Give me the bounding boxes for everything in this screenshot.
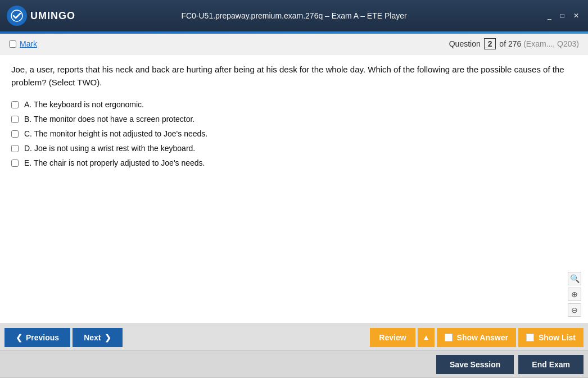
zoom-out-icon[interactable]: ⊖ — [568, 303, 581, 317]
review-label: Review — [379, 333, 406, 342]
title-bar: UMINGO FC0-U51.prepaway.premium.exam.276… — [0, 0, 588, 31]
question-number: 2 — [484, 38, 496, 49]
total-questions: of 276 — [499, 39, 521, 48]
logo-text: UMINGO — [30, 10, 75, 22]
save-session-button[interactable]: Save Session — [436, 355, 514, 374]
show-answer-checkbox-icon — [445, 334, 453, 341]
minimize-button[interactable]: _ — [545, 11, 554, 21]
checkbox-d[interactable] — [11, 145, 19, 152]
mark-label[interactable]: Mark — [20, 39, 37, 48]
question-sub-info: (Exam..., Q203) — [523, 39, 579, 48]
question-text: Joe, a user, reports that his neck and b… — [11, 63, 577, 89]
option-c-label: C. The monitor height is not adjusted to… — [24, 129, 207, 138]
mark-area[interactable]: Mark — [9, 39, 37, 48]
question-label: Question — [449, 39, 481, 48]
option-d[interactable]: D. Joe is not using a wrist rest with th… — [11, 144, 577, 153]
option-b[interactable]: B. The monitor does not have a screen pr… — [11, 115, 577, 124]
logo-area: UMINGO — [7, 6, 75, 26]
option-a[interactable]: A. The keyboard is not ergonomic. — [11, 100, 577, 109]
show-answer-button[interactable]: Show Answer — [437, 328, 516, 347]
previous-label: Previous — [26, 333, 59, 342]
next-label: Next — [84, 333, 101, 342]
option-e[interactable]: E. The chair is not properly adjusted to… — [11, 158, 577, 167]
zoom-in-icon[interactable]: ⊕ — [568, 288, 581, 301]
window-controls[interactable]: _ □ ✕ — [545, 11, 581, 21]
show-list-checkbox-icon — [526, 334, 534, 341]
show-list-label: Show List — [539, 333, 576, 342]
end-exam-button[interactable]: End Exam — [518, 355, 584, 374]
previous-chevron-icon — [16, 333, 22, 342]
option-e-label: E. The chair is not properly adjusted to… — [24, 158, 205, 167]
option-a-label: A. The keyboard is not ergonomic. — [24, 100, 144, 109]
mark-checkbox[interactable] — [9, 40, 16, 48]
option-d-label: D. Joe is not using a wrist rest with th… — [24, 144, 195, 153]
main-content: Joe, a user, reports that his neck and b… — [0, 54, 588, 324]
previous-button[interactable]: Previous — [4, 328, 70, 347]
action-bar: Save Session End Exam — [0, 350, 588, 377]
window-title: FC0-U51.prepaway.premium.exam.276q – Exa… — [181, 11, 406, 20]
review-dropdown-button[interactable] — [418, 328, 435, 347]
review-chevron-icon — [422, 333, 429, 341]
next-chevron-icon — [105, 333, 111, 342]
nav-bar: Previous Next Review Show Answer Show Li… — [0, 324, 588, 350]
show-answer-label: Show Answer — [457, 333, 508, 342]
next-button[interactable]: Next — [73, 328, 122, 347]
option-c[interactable]: C. The monitor height is not adjusted to… — [11, 129, 577, 138]
search-icon[interactable]: 🔍 — [568, 272, 581, 285]
question-header: Mark Question 2 of 276 (Exam..., Q203) — [0, 34, 588, 54]
review-button[interactable]: Review — [370, 328, 415, 347]
checkbox-c[interactable] — [11, 130, 19, 138]
close-button[interactable]: ✕ — [571, 11, 581, 21]
checkbox-e[interactable] — [11, 160, 19, 167]
zoom-controls: 🔍 ⊕ ⊖ — [568, 272, 581, 317]
option-b-label: B. The monitor does not have a screen pr… — [24, 115, 195, 124]
maximize-button[interactable]: □ — [558, 11, 567, 21]
logo-icon — [7, 6, 27, 26]
checkbox-a[interactable] — [11, 101, 19, 108]
show-list-button[interactable]: Show List — [518, 328, 584, 347]
question-info: Question 2 of 276 (Exam..., Q203) — [449, 38, 579, 49]
checkbox-b[interactable] — [11, 116, 19, 123]
